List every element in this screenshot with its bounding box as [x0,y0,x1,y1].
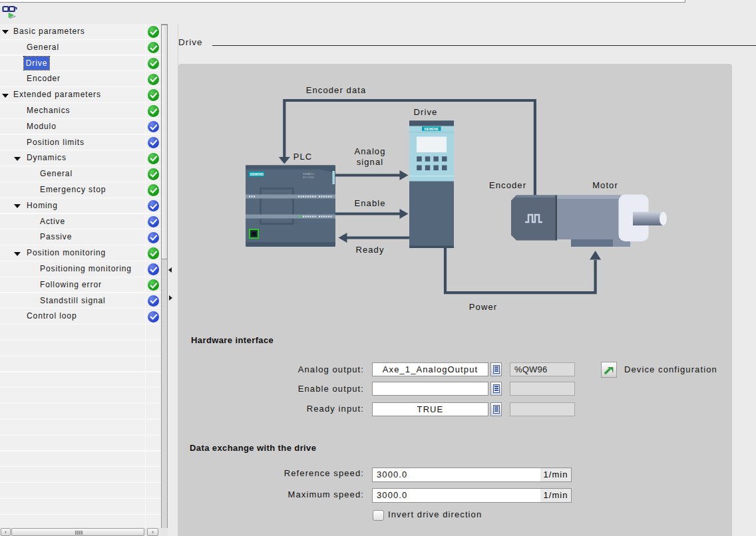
svg-text:signal: signal [357,157,384,167]
svg-text:Encoder: Encoder [489,180,526,190]
svg-text:Analog: Analog [354,146,385,156]
svg-text:SIEMENS: SIEMENS [250,173,264,176]
svg-text:Power: Power [469,302,497,312]
svg-text:Drive: Drive [414,107,438,117]
svg-text:Encoder data: Encoder data [306,85,367,95]
svg-text:PLC: PLC [293,152,313,162]
svg-text:Motor: Motor [592,180,618,190]
svg-text:Enable: Enable [354,198,385,208]
svg-text:SIEMENS: SIEMENS [424,128,439,131]
svg-text:Ready: Ready [355,245,384,255]
svg-text:S7-1200: S7-1200 [303,176,314,179]
